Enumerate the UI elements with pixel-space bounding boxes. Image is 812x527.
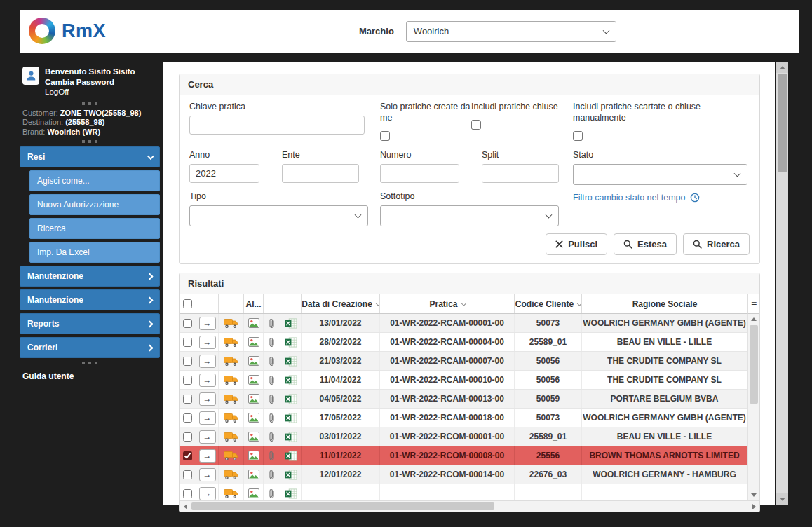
header-pratica[interactable]: Pratica (380, 294, 515, 313)
table-row[interactable]: → 03/01/2022 01-WR-2022-RCOM-00001-00 25… (180, 427, 747, 446)
scroll-up-icon[interactable] (748, 314, 759, 324)
row-checkbox[interactable] (183, 376, 192, 385)
paperclip-icon[interactable] (269, 337, 275, 348)
row-checkbox[interactable] (183, 451, 192, 460)
table-row[interactable]: → 13/01/2022 01-WR-2022-RCAM-00001-00 50… (180, 314, 747, 333)
excel-icon[interactable] (285, 488, 297, 499)
excel-icon[interactable] (285, 394, 297, 404)
change-password-link[interactable]: Cambia Password (45, 77, 135, 88)
scroll-right-icon[interactable] (748, 501, 759, 512)
image-label-icon[interactable] (248, 394, 259, 404)
header-codice-cliente[interactable]: Codice Cliente (515, 294, 582, 313)
numero-input[interactable] (380, 164, 459, 183)
sidebar-item-imp-da-excel[interactable]: Imp. Da Excel (29, 242, 160, 263)
user-guide-link[interactable]: Guida utente (20, 371, 160, 381)
excel-icon[interactable] (285, 451, 297, 461)
solo-pratiche-checkbox[interactable] (380, 131, 390, 141)
image-label-icon[interactable] (248, 451, 259, 460)
page-scrollbar-thumb[interactable] (778, 74, 787, 172)
paperclip-icon[interactable] (269, 356, 275, 367)
image-label-icon[interactable] (248, 413, 259, 423)
excel-icon[interactable] (285, 356, 297, 367)
header-al-col[interactable]: Al... (244, 294, 264, 313)
excel-icon[interactable] (285, 318, 297, 329)
image-label-icon[interactable] (248, 375, 259, 385)
open-row-button[interactable]: → (199, 392, 216, 406)
table-row[interactable]: → (180, 484, 747, 500)
table-vertical-scrollbar[interactable] (747, 314, 759, 500)
image-label-icon[interactable] (248, 356, 259, 366)
sidebar-item-ricerca[interactable]: Ricerca (29, 218, 160, 239)
image-label-icon[interactable] (248, 470, 259, 479)
table-row[interactable]: → 11/01/2022 01-WR-2022-RCOM-00008-00 25… (180, 446, 747, 465)
table-row[interactable]: → 12/01/2022 01-WR-2022-RCOM-00014-00 22… (180, 465, 747, 484)
paperclip-icon[interactable] (269, 432, 275, 442)
truck-icon[interactable] (224, 432, 238, 442)
includi-chiuse-checkbox[interactable] (471, 120, 481, 130)
open-row-button[interactable]: → (199, 317, 216, 330)
row-checkbox[interactable] (183, 489, 192, 498)
paperclip-icon[interactable] (269, 470, 275, 480)
excel-icon[interactable] (285, 413, 297, 423)
open-row-button[interactable]: → (199, 468, 216, 481)
image-label-icon[interactable] (248, 488, 259, 498)
sidebar-item-resi[interactable]: Resi (20, 146, 160, 167)
truck-icon[interactable] (224, 488, 238, 499)
vertical-scrollbar-thumb[interactable] (750, 325, 758, 404)
paperclip-icon[interactable] (269, 318, 275, 329)
ente-input[interactable] (282, 164, 359, 183)
image-label-icon[interactable] (248, 318, 259, 328)
image-label-icon[interactable] (248, 432, 259, 442)
excel-icon[interactable] (285, 375, 297, 385)
excel-icon[interactable] (285, 470, 297, 480)
anno-input[interactable] (189, 164, 259, 183)
split-input[interactable] (482, 164, 559, 183)
open-row-button[interactable]: → (199, 411, 216, 425)
table-row[interactable]: → 11/04/2022 01-WR-2022-RCAM-00010-00 50… (180, 371, 747, 390)
logoff-link[interactable]: LogOff (45, 87, 135, 97)
row-checkbox[interactable] (183, 319, 192, 328)
excel-icon[interactable] (285, 432, 297, 442)
row-checkbox[interactable] (183, 395, 192, 404)
stato-select[interactable] (573, 164, 747, 185)
sidebar-item-corrieri[interactable]: Corrieri (20, 337, 160, 358)
header-data-di-creazione[interactable]: Data di Creazione (302, 294, 380, 313)
truck-icon[interactable] (224, 337, 238, 348)
truck-icon[interactable] (224, 394, 238, 404)
paperclip-icon[interactable] (269, 394, 275, 404)
open-row-button[interactable]: → (199, 430, 216, 444)
includi-scartate-checkbox[interactable] (573, 131, 583, 141)
open-row-button[interactable]: → (199, 336, 216, 349)
row-checkbox[interactable] (183, 470, 192, 479)
pulisci-button[interactable]: Pulisci (546, 233, 607, 255)
scroll-left-icon[interactable] (180, 501, 191, 512)
sidebar-item-agisci-come[interactable]: Agisci come... (29, 170, 160, 191)
header-ragione-sociale[interactable]: Ragione Sociale (582, 294, 747, 313)
chiave-pratica-input[interactable] (189, 116, 365, 135)
ricerca-button[interactable]: Ricerca (683, 233, 750, 255)
select-all-checkbox[interactable] (183, 299, 192, 308)
truck-icon[interactable] (224, 375, 238, 385)
truck-icon[interactable] (224, 318, 238, 329)
scroll-down-icon[interactable] (748, 490, 759, 500)
column-menu-button[interactable]: ≡ (747, 294, 759, 314)
open-row-button[interactable]: → (199, 374, 216, 387)
open-row-button[interactable]: → (199, 355, 216, 368)
paperclip-icon[interactable] (269, 413, 275, 423)
tipo-select[interactable] (189, 205, 368, 226)
row-checkbox[interactable] (183, 338, 192, 347)
truck-icon[interactable] (224, 451, 238, 461)
paperclip-icon[interactable] (269, 375, 275, 385)
sidebar-item-manutenzione-1[interactable]: Manutenzione (20, 266, 160, 287)
excel-icon[interactable] (285, 337, 297, 348)
marchio-select[interactable]: Woolrich (406, 21, 616, 42)
truck-icon[interactable] (224, 356, 238, 367)
table-row[interactable]: → 28/02/2022 01-WR-2022-RCAM-00004-00 25… (180, 333, 747, 352)
row-checkbox[interactable] (183, 357, 192, 366)
horizontal-scrollbar-thumb[interactable] (191, 502, 494, 510)
table-horizontal-scrollbar[interactable] (180, 500, 759, 512)
scroll-down-icon[interactable] (776, 493, 788, 505)
page-vertical-scrollbar[interactable] (776, 62, 788, 505)
sidebar-item-nuova-autorizzazione[interactable]: Nuova Autorizzazione (29, 194, 160, 215)
table-row[interactable]: → 21/03/2022 01-WR-2022-RCAM-00007-00 50… (180, 352, 747, 371)
